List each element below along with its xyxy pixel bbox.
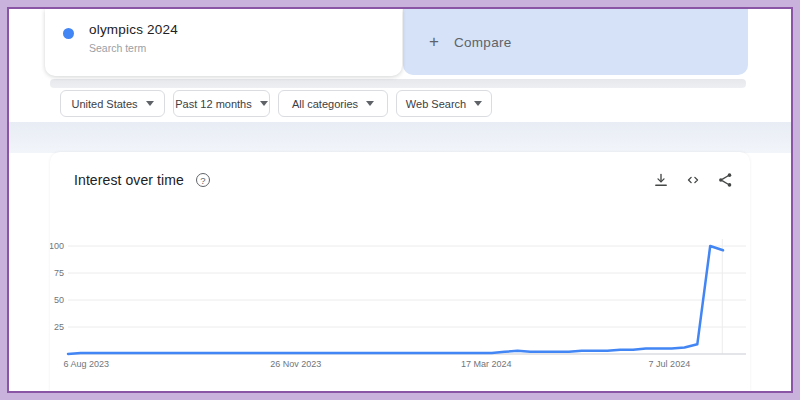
filter-time-label: Past 12 months: [175, 98, 251, 110]
interest-over-time-card: Interest over time ?: [50, 152, 750, 391]
filter-category-dropdown[interactable]: All categories: [278, 90, 388, 117]
add-comparison-button[interactable]: + Compare: [403, 9, 748, 75]
section-divider-band: [9, 122, 791, 153]
trends-explore-page: olympics 2024 Search term + Compare Unit…: [7, 7, 793, 393]
trend-line-chart[interactable]: 2550751006 Aug 202326 Nov 202317 Mar 202…: [50, 235, 756, 387]
x-tick-label: 7 Jul 2024: [649, 359, 691, 369]
search-term-text: olympics 2024: [89, 22, 178, 37]
filter-category-label: All categories: [292, 98, 358, 110]
header-bottom-strip: [50, 79, 746, 88]
filter-time-dropdown[interactable]: Past 12 months: [173, 90, 270, 117]
y-tick-label: 75: [54, 268, 64, 278]
series-dot-icon: [63, 28, 74, 39]
help-icon[interactable]: ?: [196, 173, 210, 187]
share-button[interactable]: [715, 170, 734, 189]
y-tick-label: 100: [50, 241, 64, 251]
y-tick-label: 50: [54, 295, 64, 305]
compare-label: Compare: [454, 35, 512, 50]
x-tick-label: 26 Nov 2023: [270, 359, 321, 369]
chevron-down-icon: [146, 101, 154, 106]
share-icon: [716, 171, 734, 189]
filter-geo-dropdown[interactable]: United States: [60, 90, 165, 117]
search-term-card[interactable]: olympics 2024 Search term: [45, 9, 402, 76]
filter-search-type-label: Web Search: [406, 98, 466, 110]
download-icon: [652, 171, 670, 189]
download-button[interactable]: [651, 170, 670, 189]
chevron-down-icon: [474, 101, 482, 106]
x-tick-label: 17 Mar 2024: [461, 359, 512, 369]
embed-icon: [684, 171, 702, 189]
chevron-down-icon: [366, 101, 374, 106]
search-term-subtitle: Search term: [89, 42, 146, 54]
filter-geo-label: United States: [71, 98, 137, 110]
plus-icon: +: [429, 32, 439, 52]
filter-search-type-dropdown[interactable]: Web Search: [396, 90, 492, 117]
x-tick-label: 6 Aug 2023: [64, 359, 110, 369]
chart-title: Interest over time: [74, 172, 184, 188]
y-tick-label: 25: [54, 322, 64, 332]
embed-button[interactable]: [683, 170, 702, 189]
chevron-down-icon: [260, 101, 268, 106]
